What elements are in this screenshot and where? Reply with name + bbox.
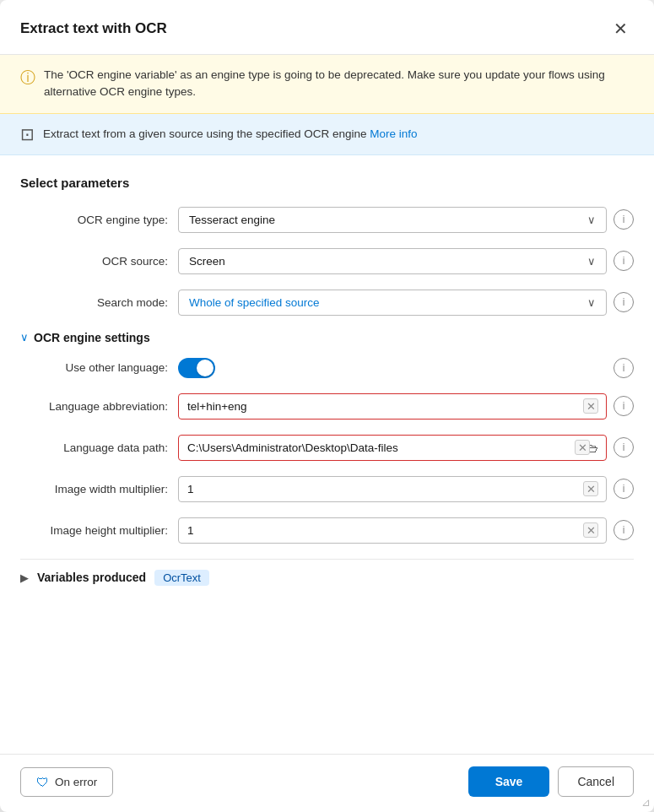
toggle-knob: [197, 360, 213, 376]
ocr-source-row: OCR source: Screen ∨ i: [20, 248, 634, 274]
ocr-source-label: OCR source:: [20, 255, 168, 268]
chevron-down-icon: ∨: [587, 214, 596, 226]
variables-section: ▶ Variables produced OcrText: [20, 559, 634, 593]
image-width-multiplier-row: Image width multiplier: ✕ i: [20, 476, 634, 502]
ocr-source-control: Screen ∨ i: [178, 248, 634, 274]
dialog-body: Select parameters OCR engine type: Tesse…: [0, 155, 654, 755]
cancel-button[interactable]: Cancel: [558, 766, 634, 797]
language-data-path-clear-button[interactable]: ✕: [575, 440, 590, 455]
shield-icon: 🛡: [36, 775, 49, 789]
chevron-down-icon: ∨: [587, 255, 596, 268]
image-height-multiplier-info-button[interactable]: i: [613, 520, 634, 540]
dialog-header: Extract text with OCR ✕: [0, 0, 654, 55]
image-width-multiplier-wrapper: ✕: [178, 476, 607, 502]
language-abbreviation-row: Language abbreviation: ✕ i: [20, 393, 634, 420]
on-error-label: On error: [55, 776, 97, 788]
path-icons: 🗁 ✕: [586, 441, 598, 455]
ocr-icon: ⊡: [20, 124, 35, 144]
image-width-multiplier-clear-button[interactable]: ✕: [583, 481, 598, 496]
section-title: Select parameters: [20, 176, 634, 190]
close-button[interactable]: ✕: [607, 15, 634, 42]
ocr-engine-type-info-button[interactable]: i: [613, 209, 634, 230]
image-height-multiplier-wrapper: ✕: [178, 517, 607, 544]
search-mode-control: Whole of specified source ∨ i: [178, 290, 634, 316]
info-banner-text: Extract text from a given source using t…: [43, 127, 418, 140]
use-other-language-toggle[interactable]: [178, 358, 215, 378]
language-data-path-label: Language data path:: [20, 441, 168, 454]
image-height-multiplier-input[interactable]: [178, 517, 607, 544]
ocr-source-value: Screen: [189, 255, 587, 268]
resize-handle: ⊿: [641, 796, 651, 809]
warning-banner: ⓘ The 'OCR engine variable' as an engine…: [0, 55, 654, 114]
variables-badge: OcrText: [154, 570, 209, 586]
ocr-engine-type-dropdown[interactable]: Tesseract engine ∨: [178, 207, 607, 233]
ocr-engine-type-label: OCR engine type:: [20, 214, 168, 226]
search-mode-row: Search mode: Whole of specified source ∨…: [20, 290, 634, 316]
image-width-multiplier-info-button[interactable]: i: [613, 479, 634, 499]
language-abbreviation-control: ✕ i: [178, 393, 634, 420]
info-banner: ⊡ Extract text from a given source using…: [0, 114, 654, 155]
search-mode-value: Whole of specified source: [189, 296, 587, 309]
search-mode-dropdown[interactable]: Whole of specified source ∨: [178, 290, 607, 316]
search-mode-label: Search mode:: [20, 296, 168, 309]
ocr-engine-type-value: Tesseract engine: [189, 214, 587, 226]
image-height-multiplier-control: ✕ i: [178, 517, 634, 544]
warning-text: The 'OCR engine variable' as an engine t…: [44, 67, 634, 101]
on-error-button[interactable]: 🛡 On error: [20, 767, 113, 797]
language-abbreviation-label: Language abbreviation:: [20, 400, 168, 413]
language-data-path-control: 🗁 ✕ i: [178, 435, 634, 461]
language-data-path-input[interactable]: [178, 435, 607, 461]
more-info-link[interactable]: More info: [370, 127, 417, 140]
subsection-collapse-arrow[interactable]: ∨: [20, 331, 29, 344]
language-data-path-wrapper: 🗁 ✕: [178, 435, 607, 461]
search-mode-info-button[interactable]: i: [613, 292, 634, 312]
warning-icon: ⓘ: [20, 68, 35, 88]
image-width-multiplier-label: Image width multiplier:: [20, 483, 168, 495]
chevron-down-icon: ∨: [587, 296, 596, 309]
footer-right: Save Cancel: [468, 766, 634, 797]
save-button[interactable]: Save: [468, 766, 550, 797]
image-width-multiplier-control: ✕ i: [178, 476, 634, 502]
language-data-path-row: Language data path: 🗁 ✕ i: [20, 435, 634, 461]
use-other-language-label: Use other language:: [20, 361, 168, 374]
ocr-engine-type-row: OCR engine type: Tesseract engine ∨ i: [20, 207, 634, 233]
ocr-engine-settings-title: OCR engine settings: [34, 331, 150, 344]
language-abbreviation-info-button[interactable]: i: [613, 396, 634, 416]
ocr-source-info-button[interactable]: i: [613, 251, 634, 271]
language-abbreviation-input[interactable]: [178, 393, 607, 420]
image-width-multiplier-input[interactable]: [178, 476, 607, 502]
language-data-path-info-button[interactable]: i: [613, 437, 634, 457]
ocr-engine-type-control: Tesseract engine ∨ i: [178, 207, 634, 233]
image-height-multiplier-row: Image height multiplier: ✕ i: [20, 517, 634, 544]
use-other-language-info-button[interactable]: i: [613, 358, 634, 378]
image-height-multiplier-clear-button[interactable]: ✕: [583, 522, 598, 538]
dialog-footer: 🛡 On error Save Cancel: [0, 754, 654, 812]
use-other-language-row: Use other language: i: [20, 358, 634, 378]
variables-label: Variables produced: [37, 571, 146, 584]
ocr-engine-settings-header: ∨ OCR engine settings: [20, 331, 634, 344]
language-abbreviation-wrapper: ✕: [178, 393, 607, 420]
ocr-source-dropdown[interactable]: Screen ∨: [178, 248, 607, 274]
language-abbreviation-clear-button[interactable]: ✕: [583, 398, 598, 414]
variables-expand-arrow[interactable]: ▶: [20, 571, 29, 584]
use-other-language-control: i: [178, 358, 634, 378]
dialog-title: Extract text with OCR: [20, 20, 167, 37]
image-height-multiplier-label: Image height multiplier:: [20, 524, 168, 537]
